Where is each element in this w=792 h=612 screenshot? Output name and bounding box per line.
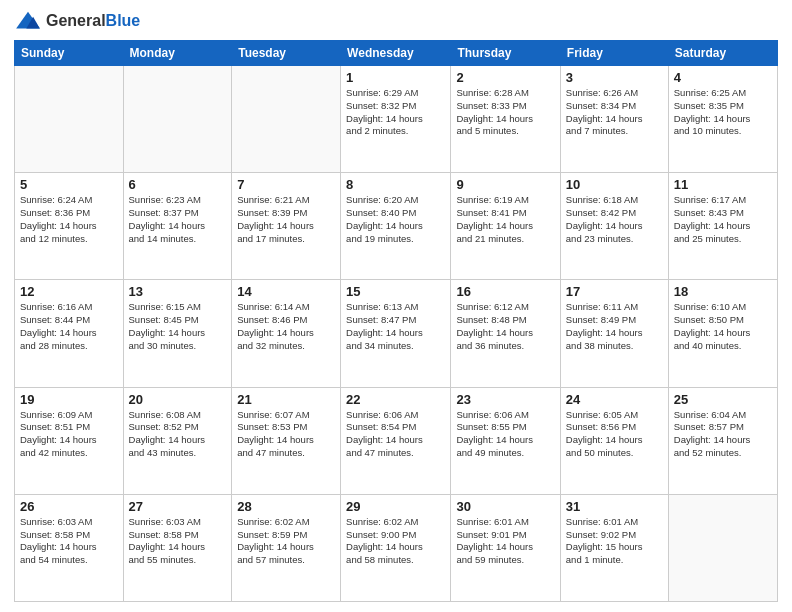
col-header-wednesday: Wednesday	[341, 41, 451, 66]
calendar-table: SundayMondayTuesdayWednesdayThursdayFrid…	[14, 40, 778, 602]
day-number: 17	[566, 284, 663, 299]
day-number: 6	[129, 177, 227, 192]
cell-info: Sunrise: 6:15 AMSunset: 8:45 PMDaylight:…	[129, 301, 227, 352]
calendar-cell: 13Sunrise: 6:15 AMSunset: 8:45 PMDayligh…	[123, 280, 232, 387]
calendar-cell: 8Sunrise: 6:20 AMSunset: 8:40 PMDaylight…	[341, 173, 451, 280]
col-header-sunday: Sunday	[15, 41, 124, 66]
cell-info: Sunrise: 6:20 AMSunset: 8:40 PMDaylight:…	[346, 194, 445, 245]
cell-info: Sunrise: 6:25 AMSunset: 8:35 PMDaylight:…	[674, 87, 772, 138]
cell-info: Sunrise: 6:07 AMSunset: 8:53 PMDaylight:…	[237, 409, 335, 460]
calendar-cell: 9Sunrise: 6:19 AMSunset: 8:41 PMDaylight…	[451, 173, 560, 280]
calendar-cell: 29Sunrise: 6:02 AMSunset: 9:00 PMDayligh…	[341, 494, 451, 601]
cell-info: Sunrise: 6:21 AMSunset: 8:39 PMDaylight:…	[237, 194, 335, 245]
day-number: 2	[456, 70, 554, 85]
logo: GeneralBlue	[14, 10, 140, 32]
cell-info: Sunrise: 6:01 AMSunset: 9:02 PMDaylight:…	[566, 516, 663, 567]
day-number: 30	[456, 499, 554, 514]
day-number: 26	[20, 499, 118, 514]
calendar-cell	[232, 66, 341, 173]
calendar-cell: 15Sunrise: 6:13 AMSunset: 8:47 PMDayligh…	[341, 280, 451, 387]
week-row-2: 12Sunrise: 6:16 AMSunset: 8:44 PMDayligh…	[15, 280, 778, 387]
cell-info: Sunrise: 6:24 AMSunset: 8:36 PMDaylight:…	[20, 194, 118, 245]
calendar-cell: 4Sunrise: 6:25 AMSunset: 8:35 PMDaylight…	[668, 66, 777, 173]
calendar-cell: 16Sunrise: 6:12 AMSunset: 8:48 PMDayligh…	[451, 280, 560, 387]
cell-info: Sunrise: 6:28 AMSunset: 8:33 PMDaylight:…	[456, 87, 554, 138]
calendar-cell	[15, 66, 124, 173]
calendar-cell: 3Sunrise: 6:26 AMSunset: 8:34 PMDaylight…	[560, 66, 668, 173]
day-number: 24	[566, 392, 663, 407]
cell-info: Sunrise: 6:02 AMSunset: 8:59 PMDaylight:…	[237, 516, 335, 567]
cell-info: Sunrise: 6:03 AMSunset: 8:58 PMDaylight:…	[20, 516, 118, 567]
day-number: 22	[346, 392, 445, 407]
week-row-4: 26Sunrise: 6:03 AMSunset: 8:58 PMDayligh…	[15, 494, 778, 601]
cell-info: Sunrise: 6:11 AMSunset: 8:49 PMDaylight:…	[566, 301, 663, 352]
cell-info: Sunrise: 6:18 AMSunset: 8:42 PMDaylight:…	[566, 194, 663, 245]
day-number: 12	[20, 284, 118, 299]
logo-general: GeneralBlue	[46, 12, 140, 30]
day-number: 27	[129, 499, 227, 514]
day-number: 14	[237, 284, 335, 299]
day-number: 19	[20, 392, 118, 407]
cell-info: Sunrise: 6:13 AMSunset: 8:47 PMDaylight:…	[346, 301, 445, 352]
calendar-cell: 23Sunrise: 6:06 AMSunset: 8:55 PMDayligh…	[451, 387, 560, 494]
day-number: 20	[129, 392, 227, 407]
calendar-cell: 5Sunrise: 6:24 AMSunset: 8:36 PMDaylight…	[15, 173, 124, 280]
col-header-tuesday: Tuesday	[232, 41, 341, 66]
cell-info: Sunrise: 6:16 AMSunset: 8:44 PMDaylight:…	[20, 301, 118, 352]
cell-info: Sunrise: 6:23 AMSunset: 8:37 PMDaylight:…	[129, 194, 227, 245]
week-row-0: 1Sunrise: 6:29 AMSunset: 8:32 PMDaylight…	[15, 66, 778, 173]
calendar-cell: 25Sunrise: 6:04 AMSunset: 8:57 PMDayligh…	[668, 387, 777, 494]
col-header-thursday: Thursday	[451, 41, 560, 66]
day-number: 11	[674, 177, 772, 192]
calendar-cell: 31Sunrise: 6:01 AMSunset: 9:02 PMDayligh…	[560, 494, 668, 601]
calendar-cell: 1Sunrise: 6:29 AMSunset: 8:32 PMDaylight…	[341, 66, 451, 173]
col-header-monday: Monday	[123, 41, 232, 66]
cell-info: Sunrise: 6:19 AMSunset: 8:41 PMDaylight:…	[456, 194, 554, 245]
calendar-cell	[123, 66, 232, 173]
cell-info: Sunrise: 6:14 AMSunset: 8:46 PMDaylight:…	[237, 301, 335, 352]
cell-info: Sunrise: 6:05 AMSunset: 8:56 PMDaylight:…	[566, 409, 663, 460]
calendar-cell: 12Sunrise: 6:16 AMSunset: 8:44 PMDayligh…	[15, 280, 124, 387]
calendar-cell: 6Sunrise: 6:23 AMSunset: 8:37 PMDaylight…	[123, 173, 232, 280]
day-number: 29	[346, 499, 445, 514]
cell-info: Sunrise: 6:26 AMSunset: 8:34 PMDaylight:…	[566, 87, 663, 138]
day-number: 13	[129, 284, 227, 299]
day-number: 10	[566, 177, 663, 192]
calendar-cell: 19Sunrise: 6:09 AMSunset: 8:51 PMDayligh…	[15, 387, 124, 494]
cell-info: Sunrise: 6:03 AMSunset: 8:58 PMDaylight:…	[129, 516, 227, 567]
calendar-cell: 24Sunrise: 6:05 AMSunset: 8:56 PMDayligh…	[560, 387, 668, 494]
calendar-cell: 10Sunrise: 6:18 AMSunset: 8:42 PMDayligh…	[560, 173, 668, 280]
day-number: 5	[20, 177, 118, 192]
calendar-cell: 22Sunrise: 6:06 AMSunset: 8:54 PMDayligh…	[341, 387, 451, 494]
header-row: SundayMondayTuesdayWednesdayThursdayFrid…	[15, 41, 778, 66]
day-number: 25	[674, 392, 772, 407]
calendar-cell: 20Sunrise: 6:08 AMSunset: 8:52 PMDayligh…	[123, 387, 232, 494]
calendar-cell: 21Sunrise: 6:07 AMSunset: 8:53 PMDayligh…	[232, 387, 341, 494]
day-number: 8	[346, 177, 445, 192]
day-number: 9	[456, 177, 554, 192]
col-header-saturday: Saturday	[668, 41, 777, 66]
page: GeneralBlue SundayMondayTuesdayWednesday…	[0, 0, 792, 612]
day-number: 16	[456, 284, 554, 299]
calendar-cell: 2Sunrise: 6:28 AMSunset: 8:33 PMDaylight…	[451, 66, 560, 173]
day-number: 1	[346, 70, 445, 85]
day-number: 31	[566, 499, 663, 514]
cell-info: Sunrise: 6:09 AMSunset: 8:51 PMDaylight:…	[20, 409, 118, 460]
cell-info: Sunrise: 6:29 AMSunset: 8:32 PMDaylight:…	[346, 87, 445, 138]
week-row-1: 5Sunrise: 6:24 AMSunset: 8:36 PMDaylight…	[15, 173, 778, 280]
cell-info: Sunrise: 6:01 AMSunset: 9:01 PMDaylight:…	[456, 516, 554, 567]
cell-info: Sunrise: 6:06 AMSunset: 8:54 PMDaylight:…	[346, 409, 445, 460]
cell-info: Sunrise: 6:02 AMSunset: 9:00 PMDaylight:…	[346, 516, 445, 567]
day-number: 4	[674, 70, 772, 85]
day-number: 3	[566, 70, 663, 85]
week-row-3: 19Sunrise: 6:09 AMSunset: 8:51 PMDayligh…	[15, 387, 778, 494]
cell-info: Sunrise: 6:06 AMSunset: 8:55 PMDaylight:…	[456, 409, 554, 460]
day-number: 7	[237, 177, 335, 192]
col-header-friday: Friday	[560, 41, 668, 66]
day-number: 15	[346, 284, 445, 299]
calendar-cell: 14Sunrise: 6:14 AMSunset: 8:46 PMDayligh…	[232, 280, 341, 387]
day-number: 23	[456, 392, 554, 407]
day-number: 28	[237, 499, 335, 514]
day-number: 18	[674, 284, 772, 299]
cell-info: Sunrise: 6:08 AMSunset: 8:52 PMDaylight:…	[129, 409, 227, 460]
